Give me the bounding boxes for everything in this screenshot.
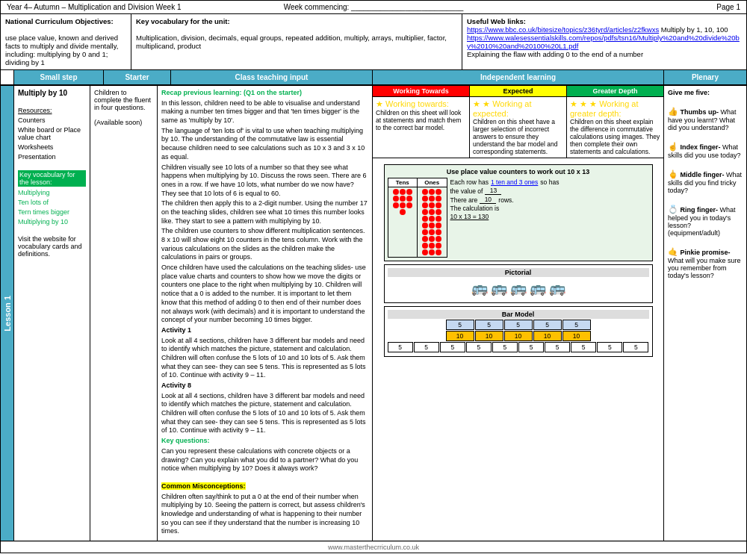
starter-body: Children to complete the fluent in four … <box>94 89 153 111</box>
working-stars: ★ Working towards: <box>376 99 466 109</box>
greater-body-text: Children on this sheet explain the diffe… <box>570 118 660 155</box>
tens-header: Tens <box>388 178 418 187</box>
activity8-title: Activity 8 <box>161 382 368 391</box>
page-header: Year 4– Autumn – Multiplication and Divi… <box>1 1 746 14</box>
small-step-col: Multiply by 10 Resources: Counters White… <box>14 86 90 541</box>
pv-equations: Each row has 1 ten and 3 ones so has the… <box>450 178 649 258</box>
dot <box>406 202 412 208</box>
dot <box>422 196 428 202</box>
link1[interactable]: https://www.bbc.co.uk/bitesize/topics/z3… <box>467 25 659 34</box>
indep-body-row: ★ Working towards: Children on this shee… <box>373 97 663 158</box>
col-header-starter: Starter <box>104 70 171 84</box>
dot <box>393 189 399 195</box>
link2[interactable]: https://www.walesessentialskills.com/rep… <box>467 34 740 50</box>
bar-model-title: Bar Model <box>388 310 649 319</box>
working-body-cell: ★ Working towards: Children on this shee… <box>373 97 470 158</box>
dot <box>429 189 435 195</box>
greater-stars: ★ ★ ★ Working at greater depth: <box>570 99 660 118</box>
bar-mid-1: 10 <box>446 331 474 341</box>
middle-finger-emoji: 🖕 <box>668 169 678 178</box>
pv-val2-pre: the value of <box>450 187 483 195</box>
dot <box>436 216 441 222</box>
eq-calc: 10 x 13 = 130 <box>450 213 649 220</box>
bus-5: 🚌 <box>549 280 565 296</box>
bar-top-2: 5 <box>475 320 503 330</box>
key-vocabulary: Key vocabulary for the unit: Multiplicat… <box>131 14 462 69</box>
item3-label: Middle finger- <box>681 171 725 178</box>
bar-bot-6: 5 <box>518 342 544 352</box>
pv-content: Tens <box>388 178 649 258</box>
independent-col: Working Towards Expected Greater Depth ★… <box>373 86 664 541</box>
dot <box>400 202 406 208</box>
greater-label: Greater Depth <box>592 87 637 95</box>
greater-depth-header: Greater Depth <box>567 86 663 96</box>
index-finger-emoji: ☝ <box>668 142 678 151</box>
pv-val2: 13 <box>485 187 501 195</box>
plenary-col: Give me five: 👍 Thumbs up- What have you… <box>664 86 746 541</box>
pv-eq4: The calculation is <box>450 205 500 212</box>
info-row: National Curriculum Objectives: use plac… <box>1 14 746 70</box>
bus-3: 🚌 <box>510 280 527 296</box>
objectives-title: National Curriculum Objectives: <box>5 17 126 25</box>
dot <box>436 196 441 202</box>
starter-note: (Available soon) <box>94 119 153 126</box>
working-label: Working Towards <box>393 87 449 95</box>
pv-col-tens: Tens <box>388 178 418 257</box>
activity1-body: Look at all 4 sections, children have 3 … <box>161 337 368 380</box>
key-q-label: Key questions: <box>161 437 210 444</box>
misconceptions-text: Children often say/think to put a 0 at t… <box>161 493 368 536</box>
class-para5: Once children have used the calculations… <box>161 264 368 325</box>
week-commencing: Week commencing: _______________________… <box>284 3 464 11</box>
expected-body-cell: ★ ★ Working at expected: Children on thi… <box>470 97 567 158</box>
resource-4: Presentation <box>18 153 86 161</box>
ring-finger-emoji: 💍 <box>668 205 678 214</box>
col-header-small-step: Small step <box>14 70 104 84</box>
dot <box>436 249 441 255</box>
bus-1: 🚌 <box>471 280 488 296</box>
dot <box>393 202 399 208</box>
item2-label: Index finger- <box>681 143 721 151</box>
dot <box>429 236 435 242</box>
bar-top-row: 5 5 5 5 5 <box>388 320 649 330</box>
thumbs-up-emoji: 👍 <box>668 107 678 116</box>
resource-1: Counters <box>18 116 86 124</box>
bar-model-box: Bar Model 5 5 5 5 5 10 10 10 10 10 <box>384 306 653 357</box>
item5-label: Pinkie promise- <box>681 249 731 256</box>
pictorial-box: Pictorial 🚌 🚌 🚌 🚌 🚌 <box>384 264 653 303</box>
pv-calc: 10 x 13 = 130 <box>450 213 489 220</box>
dot <box>429 229 435 235</box>
dot <box>393 196 399 202</box>
ones-header: Ones <box>418 178 447 187</box>
expected-stars: ★ ★ Working at expected: <box>473 99 563 118</box>
dot <box>429 223 435 228</box>
dot <box>400 189 406 195</box>
page-number: Page 1 <box>716 3 740 11</box>
dot <box>429 216 435 222</box>
expected-header: Expected <box>470 86 567 96</box>
page-wrapper: Year 4– Autumn – Multiplication and Divi… <box>0 0 747 553</box>
class-para1: The language of 'ten lots of' is vital t… <box>161 127 368 162</box>
dot <box>422 216 428 222</box>
vocab-label: Key vocabulary for the lesson: <box>18 170 86 187</box>
eq-line4: The calculation is <box>450 205 649 212</box>
header-title: Year 4– Autumn – Multiplication and Divi… <box>7 3 181 11</box>
bar-mid-2: 10 <box>475 331 503 341</box>
bar-top-1: 5 <box>446 320 474 330</box>
dot <box>422 236 428 242</box>
bus-4: 🚌 <box>530 280 546 296</box>
plenary-item5: 🤙 Pinkie promise- What will you make sur… <box>668 247 743 279</box>
dot <box>422 243 428 249</box>
class-para3: The children then apply this to a 2-digi… <box>161 199 368 225</box>
expected-label: Expected <box>503 87 533 95</box>
dot <box>436 202 441 208</box>
bar-top-3: 5 <box>504 320 533 330</box>
class-intro: In this lesson, children need to be able… <box>161 99 368 125</box>
indep-diagram: Use place value counters to work out 10 … <box>373 158 663 363</box>
resource-3: Worksheets <box>18 143 86 151</box>
vocab-1: Multiplying <box>18 189 86 196</box>
class-para4: The children use counters to show differ… <box>161 227 368 262</box>
dot <box>429 209 435 215</box>
dot <box>422 202 428 208</box>
dot <box>436 229 441 235</box>
resources-label: Resources: <box>18 107 86 114</box>
